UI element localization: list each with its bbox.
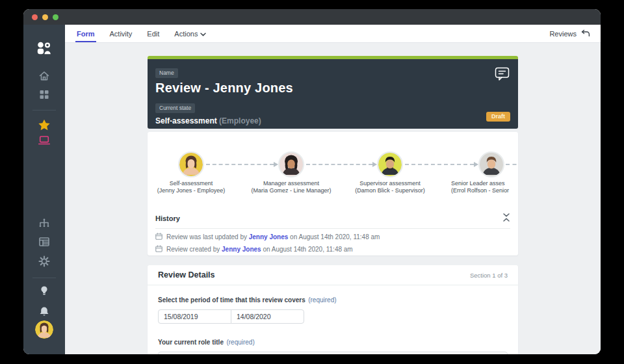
- tab-form-label: Form: [77, 30, 95, 38]
- tab-actions-label: Actions: [174, 30, 198, 38]
- role-title-input[interactable]: [158, 352, 508, 354]
- user-link[interactable]: Jenny Jones: [249, 233, 289, 240]
- grid-apps-icon: [39, 89, 50, 103]
- tab-activity[interactable]: Activity: [109, 25, 134, 42]
- org-chart-icon: [38, 218, 50, 231]
- sidebar-item-settings[interactable]: [38, 255, 50, 270]
- lightbulb-icon: [40, 285, 49, 299]
- tab-edit[interactable]: Edit: [146, 25, 161, 42]
- current-state-value: Self-assessment: [155, 116, 217, 125]
- workflow-history-card: Self-assessment (Jenny Jones - Employee): [148, 132, 518, 255]
- workflow-connector: [405, 164, 474, 165]
- arrow-right-icon: [474, 162, 478, 167]
- sidebar-item-home[interactable]: [38, 70, 50, 84]
- laptop-icon: [38, 135, 51, 148]
- sidebar: [23, 25, 65, 354]
- close-window-button[interactable]: [32, 14, 38, 20]
- workflow-step-avatar: [278, 151, 304, 177]
- period-to-input[interactable]: [231, 309, 304, 324]
- undo-arrow-icon: [580, 29, 590, 38]
- field-label: Your current role title: [158, 339, 224, 346]
- zoom-window-button[interactable]: [53, 14, 58, 20]
- home-icon: [38, 70, 50, 84]
- workflow-connector: [306, 164, 372, 165]
- comments-button[interactable]: [495, 67, 510, 84]
- tab-activity-label: Activity: [110, 30, 133, 38]
- review-header-card: Name Review - Jenny Jones Current state …: [148, 56, 518, 129]
- workflow-step-label: Self-assessment (Jenny Jones - Employee): [148, 180, 246, 194]
- workflow-step-label: Manager assessment (Maria Gomez - Line M…: [236, 180, 346, 194]
- bell-icon: [39, 306, 50, 320]
- history-entry: Review created by Jenny Jones on August …: [155, 245, 510, 254]
- field-label: Select the period of time that this revi…: [158, 296, 306, 304]
- workflow-step-label: Senior Leader asses (Errol Rolfson - Sen…: [451, 180, 518, 194]
- sidebar-item-org-chart[interactable]: [38, 218, 50, 231]
- history-entry: Review was last updated by Jenny Jones o…: [155, 233, 510, 241]
- history-section: History: [155, 213, 510, 254]
- collapse-icon[interactable]: [502, 213, 510, 224]
- comment-bubble-icon: [495, 67, 510, 81]
- minimize-window-button[interactable]: [42, 14, 48, 20]
- sidebar-item-apps[interactable]: [39, 89, 50, 103]
- user-link[interactable]: Jenny Jones: [222, 246, 261, 253]
- app-logo[interactable]: [36, 42, 52, 58]
- sidebar-item-notifications[interactable]: [39, 306, 50, 320]
- content-area: Name Review - Jenny Jones Current state …: [65, 43, 601, 354]
- history-title: History: [155, 214, 180, 222]
- status-badge: Draft: [486, 112, 510, 122]
- section-title: Review Details: [158, 270, 215, 280]
- chevron-down-icon: [200, 30, 206, 38]
- tab-edit-label: Edit: [147, 30, 159, 38]
- current-state-tag: Current state: [155, 103, 195, 113]
- section-indicator: Section 1 of 3: [470, 272, 508, 279]
- current-state-role: (Employee): [219, 116, 261, 125]
- review-title: Review - Jenny Jones: [155, 81, 510, 96]
- calendar-icon: [155, 233, 162, 241]
- history-text: Review created by: [166, 246, 222, 253]
- arrow-right-icon: [372, 162, 377, 167]
- review-details-card: Review Details Section 1 of 3 Select the…: [148, 265, 518, 354]
- calendar-icon: [155, 245, 162, 254]
- sidebar-item-reports[interactable]: [38, 237, 50, 250]
- date-range-group: [158, 309, 508, 324]
- sidebar-item-favorites[interactable]: [38, 119, 51, 133]
- divider: [155, 228, 510, 229]
- workflow-step-label: Supervisor assessment (Damon Blick - Sup…: [335, 180, 445, 194]
- workflow-connector: [206, 164, 274, 165]
- tab-form[interactable]: Form: [75, 25, 96, 42]
- workflow-step-avatar: [178, 151, 204, 177]
- back-to-reviews-button[interactable]: Reviews: [549, 25, 590, 42]
- workflow-step-avatar: [377, 151, 403, 177]
- history-text: Review was last updated by: [166, 233, 249, 240]
- people-logo-icon: [36, 42, 52, 58]
- sidebar-user-avatar[interactable]: [35, 320, 53, 339]
- reviews-label: Reviews: [549, 30, 577, 38]
- history-text: on August 14th 2020, 11:48 am: [288, 233, 380, 240]
- tab-actions[interactable]: Actions: [173, 25, 207, 42]
- workflow-step-avatar: [478, 151, 504, 177]
- sidebar-item-kiosk[interactable]: [38, 135, 51, 148]
- app-window: Form Activity Edit Actions Reviews: [23, 9, 601, 354]
- required-hint: (required): [226, 339, 254, 346]
- workflow-connector: [506, 164, 518, 165]
- window-titlebar: [23, 9, 601, 25]
- avatar: [35, 320, 53, 339]
- table-list-icon: [38, 237, 50, 250]
- sidebar-item-tips[interactable]: [40, 285, 49, 299]
- history-text: on August 14th 2020, 11:48 am: [261, 246, 353, 253]
- arrow-right-icon: [274, 162, 278, 167]
- gear-icon: [38, 255, 50, 270]
- period-from-input[interactable]: [158, 309, 231, 324]
- sidebar-divider: [32, 110, 56, 110]
- star-icon: [38, 119, 51, 133]
- name-tag: Name: [155, 68, 178, 78]
- sidebar-divider: [32, 278, 56, 278]
- required-hint: (required): [308, 296, 336, 304]
- top-navigation: Form Activity Edit Actions Reviews: [65, 25, 601, 43]
